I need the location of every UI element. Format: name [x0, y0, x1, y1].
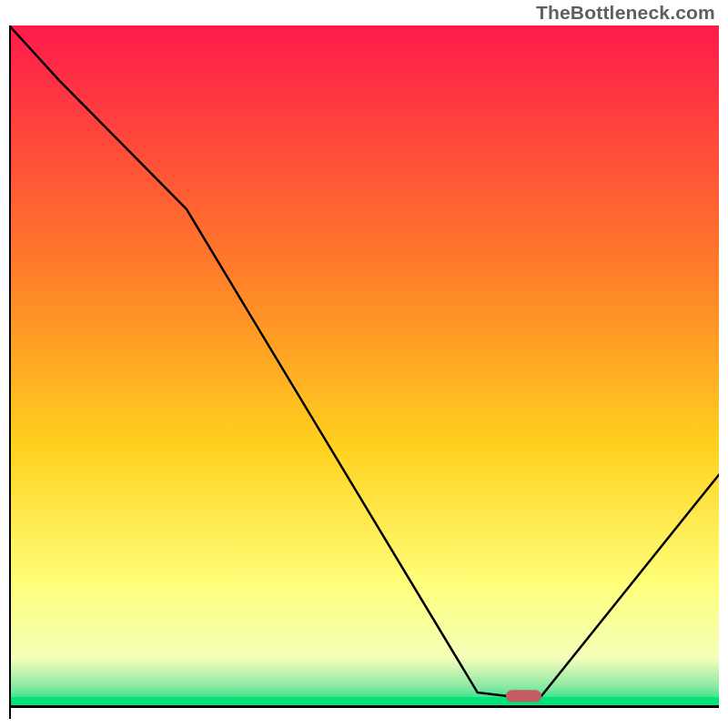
green-band [9, 697, 719, 706]
optimal-marker [506, 690, 541, 702]
watermark-text: TheBottleneck.com [536, 2, 715, 24]
chart-container: TheBottleneck.com [0, 0, 728, 728]
gradient-background [9, 25, 719, 706]
chart-svg [9, 25, 719, 719]
plot-area [9, 25, 719, 719]
